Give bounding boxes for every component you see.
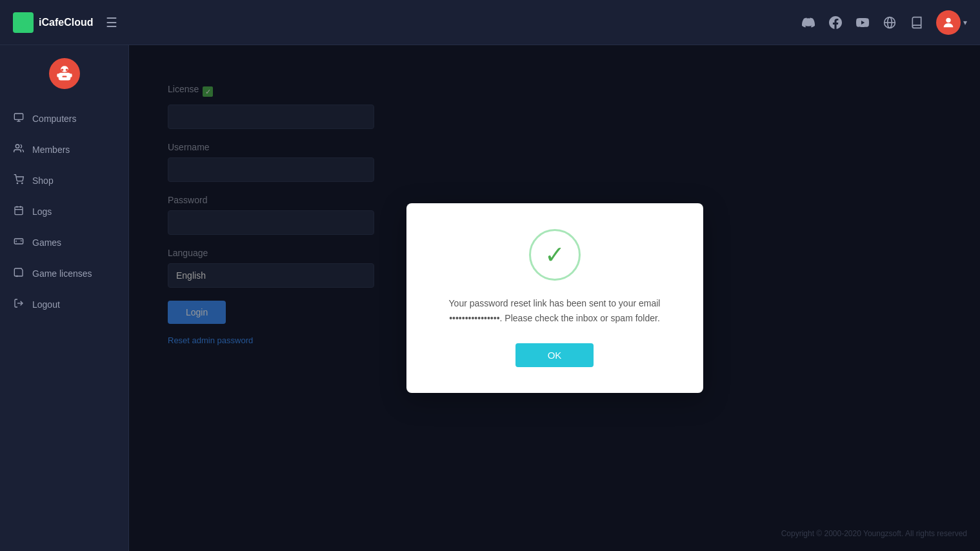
dropdown-arrow: ▾ — [963, 18, 967, 27]
sidebar-item-logout[interactable]: Logout — [0, 290, 128, 319]
svg-rect-15 — [14, 114, 23, 119]
svg-rect-1 — [23, 16, 28, 21]
logo[interactable]: iCafeCloud — [13, 12, 93, 33]
svg-point-18 — [15, 145, 19, 148]
logo-text: iCafeCloud — [39, 17, 93, 28]
facebook-icon[interactable] — [828, 15, 843, 30]
success-modal: ✓ Your password reset link has been sent… — [406, 203, 703, 393]
sidebar-label-members: Members — [32, 145, 70, 155]
hamburger-menu[interactable]: ☰ — [103, 12, 120, 33]
modal-ok-button[interactable]: OK — [515, 343, 594, 367]
svg-rect-14 — [62, 76, 66, 77]
computers-icon — [13, 112, 25, 125]
sidebar-avatar-container — [0, 58, 128, 89]
modal-overlay: ✓ Your password reset link has been sent… — [129, 45, 980, 551]
logout-icon — [13, 298, 25, 311]
youtube-icon[interactable] — [855, 15, 870, 30]
shop-icon — [13, 174, 25, 187]
globe-icon[interactable] — [882, 15, 897, 30]
game-licenses-icon — [13, 267, 25, 280]
sidebar-item-logs[interactable]: Logs — [0, 197, 128, 226]
sidebar-item-games[interactable]: Games — [0, 228, 128, 257]
svg-rect-21 — [15, 207, 23, 215]
svg-point-9 — [61, 68, 63, 71]
svg-point-10 — [65, 68, 68, 71]
svg-rect-13 — [70, 74, 72, 77]
games-icon — [13, 236, 25, 249]
sidebar-label-logout: Logout — [32, 299, 60, 310]
svg-rect-12 — [57, 74, 59, 77]
modal-message-line2: ••••••••••••••••. Please check the inbox… — [449, 313, 660, 323]
sidebar-item-game-licenses[interactable]: Game licenses — [0, 259, 128, 288]
svg-rect-2 — [17, 23, 22, 28]
main-content: License ✓ Username Password Language Eng… — [129, 45, 980, 551]
logo-icon — [13, 12, 34, 33]
modal-message-line1: Your password reset link has been sent t… — [449, 298, 661, 308]
sidebar-nav: Computers Members — [0, 105, 128, 319]
sidebar-label-game-licenses: Game licenses — [32, 268, 92, 279]
svg-rect-0 — [17, 16, 22, 21]
sidebar-item-computers[interactable]: Computers — [0, 105, 128, 133]
success-check-circle: ✓ — [529, 229, 581, 281]
sidebar: Computers Members — [0, 45, 129, 551]
user-dropdown[interactable]: ▾ — [936, 10, 967, 35]
sidebar-label-games: Games — [32, 237, 61, 248]
discord-icon[interactable] — [801, 15, 816, 30]
sidebar-avatar — [49, 58, 80, 89]
sidebar-item-members[interactable]: Members — [0, 135, 128, 164]
sidebar-label-computers: Computers — [32, 114, 76, 124]
layout: Computers Members — [0, 45, 980, 551]
book-icon[interactable] — [909, 15, 925, 30]
logs-icon — [13, 205, 25, 218]
header-user-avatar — [936, 10, 961, 35]
header: iCafeCloud ☰ — [0, 0, 980, 45]
svg-point-20 — [22, 183, 23, 183]
header-left: iCafeCloud ☰ — [13, 12, 120, 33]
header-right: ▾ — [801, 10, 967, 35]
sidebar-label-shop: Shop — [32, 175, 54, 186]
checkmark-icon: ✓ — [545, 243, 565, 267]
modal-message: Your password reset link has been sent t… — [439, 296, 671, 325]
svg-point-19 — [17, 183, 17, 183]
svg-point-7 — [946, 17, 950, 22]
members-icon — [13, 143, 25, 156]
sidebar-item-shop[interactable]: Shop — [0, 166, 128, 195]
svg-rect-3 — [23, 23, 28, 28]
sidebar-label-logs: Logs — [32, 206, 52, 217]
